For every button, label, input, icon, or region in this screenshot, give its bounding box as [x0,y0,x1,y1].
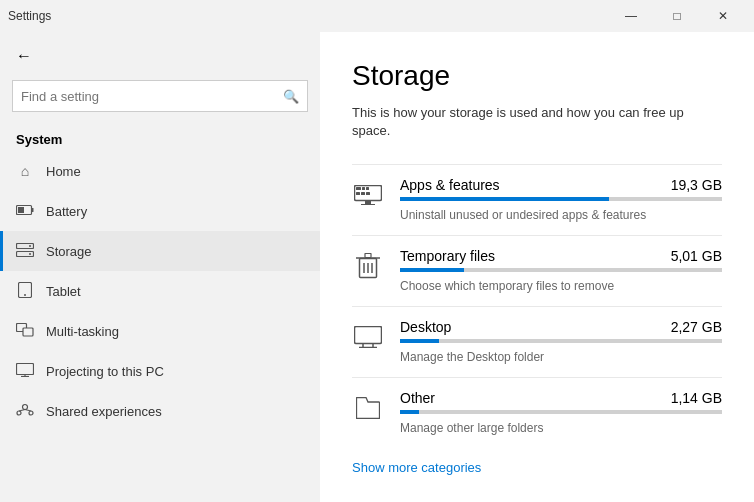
other-progress-fill [400,410,419,414]
svg-point-14 [23,404,28,409]
temp-desc: Choose which temporary files to remove [400,279,614,293]
sidebar: ← 🔍 System ⌂ Home Battery [0,32,320,502]
sidebar-item-shared-label: Shared experiences [46,404,162,419]
apps-progress-fill [400,197,609,201]
temp-progress-bar [400,268,722,272]
multitasking-icon [16,323,34,340]
apps-icon [352,179,384,211]
temp-size: 5,01 GB [671,248,722,264]
svg-point-5 [29,245,31,247]
temp-progress-fill [400,268,464,272]
sidebar-item-storage[interactable]: Storage [0,231,320,271]
temp-content: Temporary files 5,01 GB Choose which tem… [400,248,722,294]
apps-desc: Uninstall unused or undesired apps & fea… [400,208,646,222]
maximize-button[interactable]: □ [654,0,700,32]
other-desc: Manage other large folders [400,421,543,435]
svg-rect-24 [361,192,365,195]
svg-rect-26 [365,201,371,204]
svg-rect-22 [366,187,369,190]
search-icon: 🔍 [275,89,307,104]
app-title: Settings [8,9,51,23]
svg-line-17 [19,409,25,411]
apps-size: 19,3 GB [671,177,722,193]
svg-rect-25 [366,192,370,195]
storage-item-temp[interactable]: Temporary files 5,01 GB Choose which tem… [352,235,722,306]
back-button[interactable]: ← [4,36,44,76]
tablet-icon [16,282,34,301]
other-progress-bar [400,410,722,414]
storage-item-other[interactable]: Other 1,14 GB Manage other large folders [352,377,722,448]
svg-rect-34 [355,327,382,344]
page-subtitle: This is how your storage is used and how… [352,104,722,140]
svg-rect-2 [32,208,34,212]
svg-line-18 [25,409,31,411]
svg-rect-27 [361,204,375,205]
svg-rect-23 [356,192,360,195]
other-icon [352,392,384,424]
storage-item-desktop[interactable]: Desktop 2,27 GB Manage the Desktop folde… [352,306,722,377]
storage-item-apps[interactable]: Apps & features 19,3 GB Uninstall unused… [352,164,722,235]
sidebar-item-home[interactable]: ⌂ Home [0,151,320,191]
apps-header: Apps & features 19,3 GB [400,177,722,193]
title-bar-left: Settings [8,9,51,23]
svg-rect-1 [18,207,24,213]
temp-icon [352,250,384,282]
sidebar-item-storage-label: Storage [46,244,92,259]
battery-icon [16,203,34,219]
apps-content: Apps & features 19,3 GB Uninstall unused… [400,177,722,223]
home-icon: ⌂ [16,163,34,179]
search-box[interactable]: 🔍 [12,80,308,112]
title-bar: Settings — □ ✕ [0,0,754,32]
sidebar-item-multitasking-label: Multi-tasking [46,324,119,339]
sidebar-item-shared[interactable]: Shared experiences [0,391,320,431]
desktop-content: Desktop 2,27 GB Manage the Desktop folde… [400,319,722,365]
sidebar-item-home-label: Home [46,164,81,179]
sidebar-item-multitasking[interactable]: Multi-tasking [0,311,320,351]
svg-point-8 [24,294,26,296]
temp-name: Temporary files [400,248,495,264]
minimize-button[interactable]: — [608,0,654,32]
apps-name: Apps & features [400,177,500,193]
apps-progress-bar [400,197,722,201]
other-size: 1,14 GB [671,390,722,406]
projecting-icon [16,363,34,380]
storage-icon [16,243,34,260]
svg-rect-20 [356,187,361,190]
sidebar-item-tablet-label: Tablet [46,284,81,299]
sidebar-item-battery-label: Battery [46,204,87,219]
svg-rect-21 [362,187,365,190]
svg-rect-11 [17,363,34,374]
svg-point-15 [17,411,21,415]
sidebar-item-projecting[interactable]: Projecting to this PC [0,351,320,391]
desktop-name: Desktop [400,319,451,335]
desktop-size: 2,27 GB [671,319,722,335]
desktop-progress-fill [400,339,439,343]
other-content: Other 1,14 GB Manage other large folders [400,390,722,436]
shared-icon [16,402,34,421]
back-icon: ← [16,47,32,65]
svg-point-16 [29,411,33,415]
section-label: System [0,124,320,151]
desktop-desc: Manage the Desktop folder [400,350,544,364]
other-header: Other 1,14 GB [400,390,722,406]
main-content: ← 🔍 System ⌂ Home Battery [0,32,754,502]
desktop-header: Desktop 2,27 GB [400,319,722,335]
title-bar-controls: — □ ✕ [608,0,746,32]
temp-header: Temporary files 5,01 GB [400,248,722,264]
main-panel: Storage This is how your storage is used… [320,32,754,502]
page-title: Storage [352,60,722,92]
svg-rect-30 [365,254,371,258]
desktop-progress-bar [400,339,722,343]
svg-point-6 [29,253,31,255]
search-input[interactable] [13,89,275,104]
close-button[interactable]: ✕ [700,0,746,32]
sidebar-item-tablet[interactable]: Tablet [0,271,320,311]
sidebar-item-projecting-label: Projecting to this PC [46,364,164,379]
svg-rect-10 [23,328,33,336]
desktop-icon [352,321,384,353]
other-name: Other [400,390,435,406]
sidebar-item-battery[interactable]: Battery [0,191,320,231]
show-more-link[interactable]: Show more categories [352,460,481,475]
